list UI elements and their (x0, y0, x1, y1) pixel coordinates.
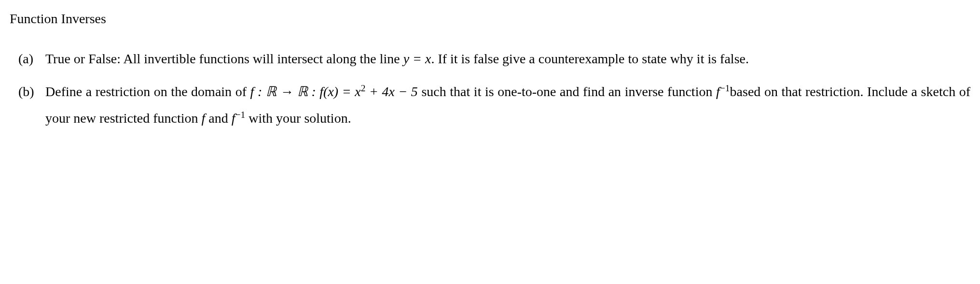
problem-a-label: (a) (18, 46, 45, 72)
problem-a-text: True or False: All invertible functions … (45, 46, 970, 72)
problem-a-eq: y = x (403, 51, 431, 66)
problem-b-finv2: f−1 (232, 111, 246, 126)
problem-list: (a) True or False: All invertible functi… (10, 46, 970, 132)
problem-b: (b) Define a restriction on the domain o… (18, 79, 970, 131)
section-title: Function Inverses (10, 6, 970, 32)
problem-b-label: (b) (18, 79, 45, 131)
problem-a-pre: True or False: All invertible functions … (45, 51, 403, 66)
problem-b-text: Define a restriction on the domain of f … (45, 79, 970, 131)
problem-a: (a) True or False: All invertible functi… (18, 46, 970, 72)
problem-b-func: f : ℝ → ℝ : f(x) = x2 + 4x − 5 (250, 84, 418, 99)
problem-b-post: with your solution. (245, 111, 351, 126)
problem-b-finv: f−1 (716, 84, 730, 99)
problem-b-and: and (205, 111, 231, 126)
problem-b-pre: Define a restriction on the domain of (45, 84, 250, 99)
problem-b-mid1: such that it is one-to-one and find an i… (418, 84, 716, 99)
problem-a-post: . If it is false give a counterexample t… (431, 51, 749, 66)
